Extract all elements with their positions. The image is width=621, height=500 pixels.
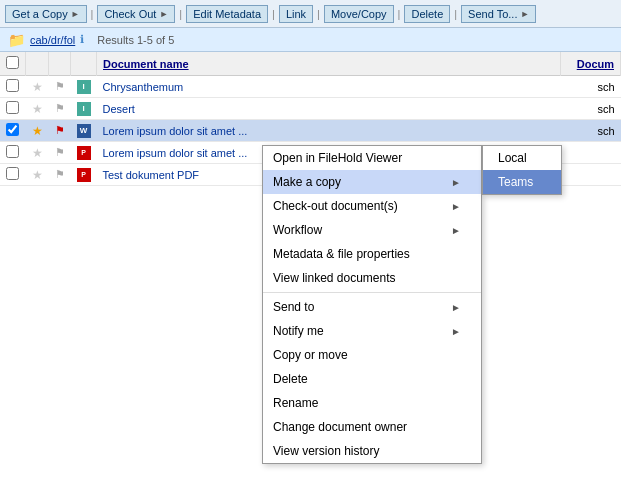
context-menu-item-sendto[interactable]: Send to ► <box>263 295 481 319</box>
submenu-makecopy-teams-label: Teams <box>498 175 533 189</box>
col-header-name[interactable]: Document name <box>97 52 561 76</box>
context-menu-item-changeowner-label: Change document owner <box>273 420 407 434</box>
row-type: I <box>71 98 97 120</box>
col-header-check[interactable] <box>0 52 26 76</box>
star-icon[interactable]: ★ <box>32 146 43 160</box>
breadcrumb-path[interactable]: cab/dr/fol <box>30 34 75 46</box>
row-type: W <box>71 120 97 142</box>
star-icon[interactable]: ★ <box>32 102 43 116</box>
context-menu-item-delete-label: Delete <box>273 372 308 386</box>
context-menu-separator <box>263 292 481 293</box>
row-check[interactable] <box>0 98 26 120</box>
row-docnum <box>561 164 621 186</box>
link-button[interactable]: Link <box>279 5 313 23</box>
row-flag[interactable]: ⚑ <box>49 98 71 120</box>
edit-metadata-button[interactable]: Edit Metadata <box>186 5 268 23</box>
row-check[interactable] <box>0 76 26 98</box>
flag-icon[interactable]: ⚑ <box>55 124 65 136</box>
row-docnum <box>561 142 621 164</box>
row-check[interactable] <box>0 142 26 164</box>
context-menu-item-viewlinked-label: View linked documents <box>273 271 396 285</box>
row-type: I <box>71 76 97 98</box>
context-menu-item-checkout[interactable]: Check-out document(s) ► <box>263 194 481 218</box>
send-to-arrow: ► <box>520 9 529 19</box>
check-out-arrow: ► <box>159 9 168 19</box>
row-flag[interactable]: ⚑ <box>49 142 71 164</box>
row-name[interactable]: Lorem ipsum dolor sit amet ... <box>97 120 561 142</box>
star-icon[interactable]: ★ <box>32 168 43 182</box>
table-header-row: Document name Docum <box>0 52 621 76</box>
doc-link[interactable]: Lorem ipsum dolor sit amet ... <box>103 125 248 137</box>
doc-type-icon: I <box>77 80 91 94</box>
row-name[interactable]: Desert <box>97 98 561 120</box>
row-star[interactable]: ★ <box>26 120 49 142</box>
check-out-label: Check Out <box>104 8 156 20</box>
doc-type-icon: I <box>77 102 91 116</box>
context-menu-item-rename-label: Rename <box>273 396 318 410</box>
context-menu-item-delete[interactable]: Delete <box>263 367 481 391</box>
row-star[interactable]: ★ <box>26 142 49 164</box>
flag-icon[interactable]: ⚑ <box>55 146 65 158</box>
star-icon[interactable]: ★ <box>32 80 43 94</box>
context-menu-item-sendto-label: Send to <box>273 300 314 314</box>
sep6: | <box>452 8 459 20</box>
context-menu-item-open[interactable]: Open in FileHold Viewer <box>263 146 481 170</box>
row-check[interactable] <box>0 120 26 142</box>
context-menu-item-rename[interactable]: Rename <box>263 391 481 415</box>
row-star[interactable]: ★ <box>26 76 49 98</box>
context-menu-item-workflow[interactable]: Workflow ► <box>263 218 481 242</box>
get-a-copy-arrow: ► <box>71 9 80 19</box>
row-star[interactable]: ★ <box>26 98 49 120</box>
row-flag[interactable]: ⚑ <box>49 164 71 186</box>
context-menu-item-versionhistory[interactable]: View version history <box>263 439 481 463</box>
submenu-makecopy: Local Teams <box>482 145 562 195</box>
context-menu-item-copymove[interactable]: Copy or move <box>263 343 481 367</box>
flag-icon[interactable]: ⚑ <box>55 102 65 114</box>
folder-icon: 📁 <box>8 32 25 48</box>
link-label: Link <box>286 8 306 20</box>
get-a-copy-button[interactable]: Get a Copy ► <box>5 5 87 23</box>
doc-link[interactable]: Test dokument PDF <box>103 169 200 181</box>
checkout-arrow-icon: ► <box>451 201 461 212</box>
send-to-button[interactable]: Send To... ► <box>461 5 536 23</box>
col-header-star <box>26 52 49 76</box>
row-star[interactable]: ★ <box>26 164 49 186</box>
star-icon[interactable]: ★ <box>32 124 43 138</box>
info-icon: ℹ <box>80 33 84 46</box>
edit-metadata-label: Edit Metadata <box>193 8 261 20</box>
col-header-flag <box>49 52 71 76</box>
row-flag[interactable]: ⚑ <box>49 76 71 98</box>
row-check[interactable] <box>0 164 26 186</box>
context-menu-item-makecopy[interactable]: Make a copy ► <box>263 170 481 194</box>
results-count: Results 1-5 of 5 <box>97 34 174 46</box>
select-all-checkbox[interactable] <box>6 56 19 69</box>
context-menu-item-open-label: Open in FileHold Viewer <box>273 151 402 165</box>
col-header-type <box>71 52 97 76</box>
toolbar: Get a Copy ► | Check Out ► | Edit Metada… <box>0 0 621 28</box>
context-menu-item-viewlinked[interactable]: View linked documents <box>263 266 481 290</box>
flag-icon[interactable]: ⚑ <box>55 168 65 180</box>
doc-link[interactable]: Desert <box>103 103 135 115</box>
row-name[interactable]: Chrysanthemum <box>97 76 561 98</box>
check-out-button[interactable]: Check Out ► <box>97 5 175 23</box>
row-docnum: sch <box>561 98 621 120</box>
submenu-makecopy-teams[interactable]: Teams <box>483 170 561 194</box>
sep1: | <box>89 8 96 20</box>
doc-link[interactable]: Lorem ipsum dolor sit amet ... <box>103 147 248 159</box>
sep2: | <box>177 8 184 20</box>
move-copy-button[interactable]: Move/Copy <box>324 5 394 23</box>
sendto-arrow-icon: ► <box>451 302 461 313</box>
delete-button[interactable]: Delete <box>404 5 450 23</box>
doc-link[interactable]: Chrysanthemum <box>103 81 184 93</box>
delete-label: Delete <box>411 8 443 20</box>
row-flag[interactable]: ⚑ <box>49 120 71 142</box>
submenu-makecopy-local[interactable]: Local <box>483 146 561 170</box>
col-header-docnum[interactable]: Docum <box>561 52 621 76</box>
context-menu-item-changeowner[interactable]: Change document owner <box>263 415 481 439</box>
flag-icon[interactable]: ⚑ <box>55 80 65 92</box>
context-menu-item-metadata[interactable]: Metadata & file properties <box>263 242 481 266</box>
context-menu: Open in FileHold Viewer Make a copy ► Ch… <box>262 145 482 464</box>
get-a-copy-label: Get a Copy <box>12 8 68 20</box>
context-menu-item-notifyme[interactable]: Notify me ► <box>263 319 481 343</box>
context-menu-item-metadata-label: Metadata & file properties <box>273 247 410 261</box>
